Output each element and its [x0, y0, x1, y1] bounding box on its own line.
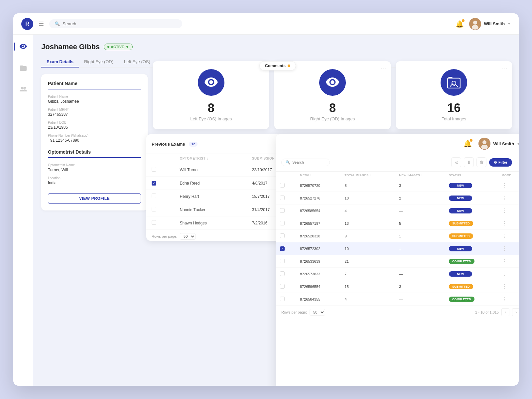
bg-rows-per-page-select[interactable]: 50 [310, 309, 325, 316]
status-badge[interactable]: ACTIVE ▼ [104, 44, 133, 50]
search-icon: 🔍 [55, 21, 60, 26]
mrn-cell: 8726596554 [296, 280, 341, 293]
total-cell: 9 [341, 230, 395, 242]
bg-pagination-info: 1 - 10 of 1,015 [475, 310, 499, 314]
more-cell[interactable]: ⋮ [498, 293, 519, 306]
optometrist-cell: Nannie Tucker [174, 203, 246, 216]
row-checkbox[interactable] [280, 221, 285, 225]
more-cell[interactable]: ⋮ [498, 230, 519, 242]
total-images-stat-card: ··· 16 Total Images [396, 61, 512, 129]
more-cell[interactable]: ⋮ [498, 268, 519, 280]
sidebar-item-users[interactable] [17, 82, 30, 96]
rows-per-page-select[interactable]: 50 [180, 233, 196, 240]
table-row [276, 268, 296, 280]
stats-area: ··· 8 Left Eye (OS) Images ··· [153, 61, 512, 129]
total-cell: 4 [341, 204, 395, 217]
sidebar-item-folder[interactable] [17, 61, 30, 74]
row-checkbox[interactable] [280, 196, 285, 200]
row-checkbox[interactable] [152, 167, 156, 172]
table-row [276, 204, 296, 217]
sidebar-item-eye[interactable] [17, 40, 30, 53]
row-checkbox[interactable] [280, 259, 285, 263]
search-bar[interactable]: 🔍 [49, 19, 182, 28]
bg-col-total[interactable]: TOTAL IMAGES ↕ [341, 172, 395, 179]
more-cell[interactable]: ⋮ [498, 192, 519, 204]
row-checkbox[interactable]: ✓ [280, 246, 285, 251]
svg-point-1 [473, 21, 477, 25]
bg-col-new[interactable]: NEW IMAGES ↕ [395, 172, 445, 179]
row-checkbox[interactable]: ✓ [152, 181, 156, 186]
new-images-cell: 5 [395, 217, 445, 230]
patient-dob-row: Patient DOB 23/10/1985 [48, 121, 141, 130]
table-row: ✓ [146, 177, 174, 190]
patient-name-label: Patient Name [48, 95, 141, 98]
bg-avatar [478, 138, 490, 150]
status-badge: COMPLETED [449, 259, 474, 264]
search-input[interactable] [63, 21, 177, 26]
total-cell: 13 [341, 217, 395, 230]
view-profile-button[interactable]: VIEW PROFILE [48, 193, 141, 204]
bg-col-mrn[interactable]: MRN# ↕ [296, 172, 341, 179]
notification-dot [462, 19, 465, 22]
optometrist-cell: Henry Hart [174, 190, 246, 203]
new-images-cell: 3 [395, 179, 445, 192]
app-logo: R [21, 18, 33, 30]
bg-nav: 🔔 Will Smith ▼ [276, 134, 519, 153]
more-cell[interactable]: ⋮ [498, 242, 519, 255]
optometrist-name-row: Optometrist Name Turner, Will [48, 163, 141, 172]
row-checkbox[interactable] [280, 208, 285, 213]
row-checkbox[interactable] [280, 271, 285, 276]
more-cell[interactable]: ⋮ [498, 280, 519, 293]
hamburger-icon[interactable]: ☰ [39, 20, 44, 28]
bg-col-status[interactable]: STATUS ↕ [445, 172, 498, 179]
status-dot [107, 46, 109, 48]
tab-exam-details[interactable]: Exam Details [41, 57, 79, 67]
table-row [146, 216, 174, 230]
bg-bell-icon[interactable]: 🔔 [464, 140, 472, 148]
bg-search-input[interactable] [292, 160, 326, 164]
bg-print-button[interactable]: 🖨 [451, 157, 461, 167]
optometrist-cell: Will Turner [174, 163, 246, 177]
bg-delete-button[interactable]: 🗑 [476, 157, 486, 167]
more-cell[interactable]: ⋮ [498, 255, 519, 268]
bg-user-profile[interactable]: Will Smith ▼ [478, 138, 519, 150]
user-profile[interactable]: Will Smith ▼ [469, 18, 511, 30]
bg-chevron-icon: ▼ [517, 142, 519, 146]
rows-per-page-label: Rows per page: [152, 234, 177, 238]
total-images-card-menu[interactable]: ··· [502, 65, 508, 70]
bg-download-button[interactable]: ⬇ [464, 157, 474, 167]
exams-col-optometrist[interactable]: OPTOMETRIST ↕ [174, 154, 246, 163]
row-checkbox[interactable] [152, 207, 156, 211]
mrn-cell: 8726570720 [296, 179, 341, 192]
table-row [276, 280, 296, 293]
row-checkbox[interactable] [280, 284, 285, 289]
row-checkbox[interactable] [280, 297, 285, 301]
more-cell[interactable]: ⋮ [498, 217, 519, 230]
bell-icon[interactable]: 🔔 [456, 20, 464, 28]
tab-left-eye[interactable]: Left Eye (OS) [119, 57, 156, 67]
more-cell[interactable]: ⋮ [498, 179, 519, 192]
row-checkbox[interactable] [152, 194, 156, 198]
bg-search-bar[interactable]: 🔍 [281, 159, 330, 166]
row-checkbox[interactable] [280, 183, 285, 188]
status-chevron: ▼ [125, 45, 129, 49]
row-checkbox[interactable] [152, 220, 156, 225]
bg-next-page-button[interactable]: › [512, 308, 519, 316]
top-nav: R ☰ 🔍 🔔 Will Smith ▼ [13, 13, 519, 35]
bg-filter-button[interactable]: ⚙ Filter [489, 158, 512, 167]
bg-col-more: MORE [498, 172, 519, 179]
tab-right-eye[interactable]: Right Eye (OD) [79, 57, 119, 67]
total-cell: 7 [341, 268, 395, 280]
bg-rows-per-page-label: Rows per page: [281, 310, 307, 314]
right-eye-count: 8 [329, 101, 336, 115]
main-list-table: MRN# ↕ TOTAL IMAGES ↕ NEW IMAGES ↕ STATU… [276, 172, 519, 306]
more-cell[interactable]: ⋮ [498, 204, 519, 217]
bg-prev-page-button[interactable]: ‹ [501, 308, 509, 316]
new-images-cell: 1 [395, 230, 445, 242]
total-images-icon-circle [441, 69, 467, 96]
right-eye-card-menu[interactable]: ··· [381, 65, 387, 70]
bg-more-menu[interactable]: ⋮ [515, 160, 519, 165]
row-checkbox[interactable] [280, 233, 285, 238]
comments-button[interactable]: Comments [259, 61, 296, 70]
new-images-cell: 2 [395, 192, 445, 204]
